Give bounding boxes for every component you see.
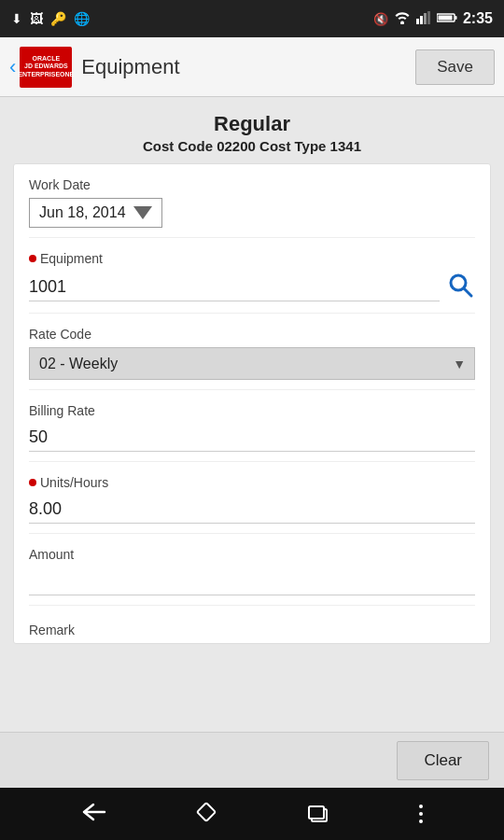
svg-rect-5 — [438, 15, 452, 20]
nav-more-dot-3 — [419, 819, 423, 823]
app-bar-title: Equipment — [81, 55, 415, 79]
page-heading-subtitle: Cost Code 02200 Cost Type 1341 — [0, 138, 504, 154]
android-nav-bar — [0, 788, 504, 840]
app-bar: ‹ ORACLE JD EDWARDS ENTERPRISEONE Equipm… — [0, 37, 504, 97]
svg-rect-9 — [197, 803, 216, 821]
oracle-logo: ORACLE JD EDWARDS ENTERPRISEONE — [20, 47, 72, 88]
svg-rect-0 — [416, 19, 419, 24]
status-bar: ⬇ 🖼 🔑 🌐 🔇 2:35 — [0, 0, 504, 37]
billing-rate-row: Billing Rate — [29, 390, 475, 462]
status-bar-right-icons: 🔇 2:35 — [373, 10, 493, 27]
units-hours-required-dot — [29, 479, 36, 486]
amount-input[interactable] — [29, 567, 475, 595]
download-icon: ⬇ — [11, 11, 22, 26]
signal-icon — [416, 11, 431, 27]
nav-more-button[interactable] — [419, 803, 423, 825]
work-date-field[interactable]: Jun 18, 2014 — [29, 198, 162, 228]
nav-more-dot-2 — [419, 812, 423, 816]
amount-row: Amount — [29, 534, 475, 606]
globe-icon: 🌐 — [74, 11, 90, 26]
work-date-row: Work Date Jun 18, 2014 — [29, 164, 475, 238]
svg-rect-3 — [427, 11, 430, 24]
wifi-icon — [394, 11, 411, 27]
amount-label: Amount — [29, 547, 475, 562]
units-hours-label: Units/Hours — [29, 475, 475, 490]
svg-line-8 — [464, 288, 471, 296]
svg-rect-11 — [309, 806, 324, 819]
nav-more-dot-1 — [419, 805, 423, 808]
equipment-row: Equipment — [29, 238, 475, 314]
page-heading: Regular Cost Code 02200 Cost Type 1341 — [0, 97, 504, 163]
nav-recents-button[interactable] — [306, 804, 330, 824]
save-button[interactable]: Save — [415, 49, 495, 85]
nav-back-button[interactable] — [82, 803, 106, 825]
work-date-label: Work Date — [29, 177, 475, 192]
bottom-action-bar: Clear — [0, 732, 504, 788]
billing-rate-label: Billing Rate — [29, 403, 475, 418]
rate-code-select-wrapper: 02 - Weekly 01 - Daily 03 - Monthly ▼ — [29, 347, 475, 380]
search-icon — [447, 272, 475, 300]
status-bar-left-icons: ⬇ 🖼 🔑 🌐 — [11, 11, 90, 26]
rate-code-select[interactable]: 02 - Weekly 01 - Daily 03 - Monthly — [29, 347, 475, 380]
mute-icon: 🔇 — [373, 12, 388, 26]
calendar-icon — [133, 206, 152, 219]
remark-row: Remark — [29, 606, 475, 643]
oracle-logo-text: ORACLE JD EDWARDS ENTERPRISEONE — [18, 55, 74, 78]
equipment-input-row — [29, 272, 475, 303]
work-date-value: Jun 18, 2014 — [39, 204, 126, 221]
key-icon: 🔑 — [50, 11, 66, 26]
equipment-label: Equipment — [29, 251, 475, 266]
page-heading-title: Regular — [0, 112, 504, 136]
billing-rate-input[interactable] — [29, 424, 475, 452]
back-button[interactable]: ‹ — [9, 55, 16, 79]
rate-code-row: Rate Code 02 - Weekly 01 - Daily 03 - Mo… — [29, 314, 475, 390]
equipment-input[interactable] — [29, 273, 440, 301]
svg-rect-1 — [420, 16, 423, 24]
form-card: Work Date Jun 18, 2014 Equipment — [13, 163, 491, 644]
svg-rect-6 — [455, 16, 456, 20]
battery-icon — [437, 12, 457, 26]
equipment-required-dot — [29, 255, 36, 262]
remark-label: Remark — [29, 619, 475, 637]
rate-code-label: Rate Code — [29, 327, 475, 342]
image-icon: 🖼 — [30, 11, 43, 26]
svg-rect-2 — [424, 13, 427, 24]
equipment-search-button[interactable] — [447, 272, 475, 303]
page-content: Regular Cost Code 02200 Cost Type 1341 W… — [0, 97, 504, 732]
status-time: 2:35 — [463, 10, 493, 27]
units-hours-row: Units/Hours — [29, 462, 475, 534]
clear-button[interactable]: Clear — [397, 741, 489, 780]
nav-home-button[interactable] — [195, 801, 217, 827]
units-hours-input[interactable] — [29, 496, 475, 524]
